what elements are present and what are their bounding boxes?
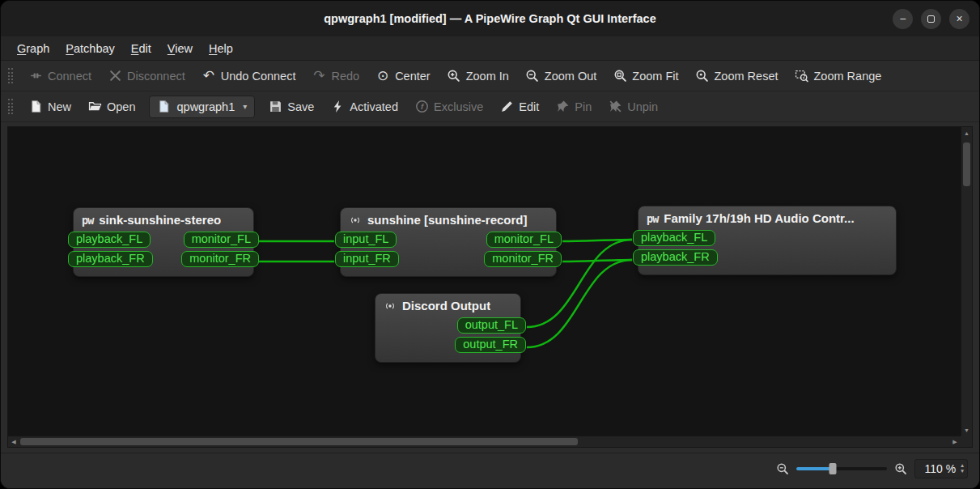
zoom-out-icon <box>525 69 540 83</box>
center-label: Center <box>395 70 431 83</box>
port-input-fr[interactable]: input_FR <box>335 251 399 267</box>
graph-node-sunshine[interactable]: sunshine [sunshine-record] input_FL moni… <box>340 207 557 277</box>
toolbar-drag-handle[interactable] <box>8 99 13 114</box>
zoom-in-icon <box>447 69 461 83</box>
maximize-button[interactable] <box>921 9 941 29</box>
vertical-scrollbar-track[interactable] <box>961 138 972 424</box>
svg-text:f: f <box>420 102 423 111</box>
close-icon: × <box>956 12 962 25</box>
redo-button[interactable]: ↷ Redo <box>304 65 367 87</box>
port-playback-fr[interactable]: playback_FR <box>68 251 153 267</box>
zoom-reset-button[interactable]: Zoom Reset <box>688 65 786 87</box>
spin-down-arrow[interactable]: ▾ <box>961 469 964 474</box>
window-title: qpwgraph1 [modified] — A PipeWire Graph … <box>324 12 655 25</box>
menu-view[interactable]: View <box>159 36 201 60</box>
pipewire-icon: pw <box>647 212 658 225</box>
center-icon: ⊙ <box>375 69 390 83</box>
port-playback-fl[interactable]: playback_FL <box>68 232 151 248</box>
minimize-button[interactable]: − <box>893 9 913 29</box>
unpin-button[interactable]: Unpin <box>600 96 665 118</box>
horizontal-scrollbar[interactable]: ◀ ▶ <box>8 436 961 447</box>
node-header: sunshine [sunshine-record] <box>341 208 556 230</box>
undo-connect-button[interactable]: ↶ Undo Connect <box>194 65 303 87</box>
port-monitor-fl[interactable]: monitor_FL <box>184 232 259 248</box>
graph-node-sink-sunshine-stereo[interactable]: pw sink-sunshine-stereo playback_FL moni… <box>73 207 254 277</box>
new-file-icon <box>28 100 43 114</box>
node-title: sink-sunshine-stereo <box>99 213 221 227</box>
exclusive-label: Exclusive <box>434 100 483 113</box>
horizontal-scrollbar-thumb[interactable] <box>20 438 578 445</box>
close-button[interactable]: × <box>949 9 969 29</box>
disconnect-button[interactable]: Disconnect <box>100 65 193 87</box>
graph-node-family-hd-audio[interactable]: pw Family 17h/19h HD Audio Contr... play… <box>638 206 897 275</box>
zoom-fit-icon <box>613 69 627 83</box>
session-selector[interactable]: qpwgraph1 ▾ <box>149 96 256 118</box>
scrollbar-corner <box>961 436 972 447</box>
exclusive-toggle[interactable]: f Exclusive <box>407 96 490 118</box>
horizontal-scrollbar-track[interactable] <box>19 436 949 447</box>
session-selector-value: qpwgraph1 <box>177 100 235 113</box>
node-header: Discord Output <box>375 294 520 316</box>
node-header: pw Family 17h/19h HD Audio Contr... <box>638 206 896 228</box>
menu-edit[interactable]: Edit <box>123 36 159 60</box>
toolbar-drag-handle[interactable] <box>8 68 13 83</box>
zoom-value: 110 % <box>925 462 957 475</box>
redo-label: Redo <box>331 70 359 83</box>
zoom-fit-button[interactable]: Zoom Fit <box>605 65 685 87</box>
node-title: sunshine [sunshine-record] <box>367 213 528 227</box>
zoom-in-button[interactable]: Zoom In <box>439 65 516 87</box>
scroll-down-arrow[interactable]: ▼ <box>961 424 972 436</box>
vertical-scrollbar-thumb[interactable] <box>963 142 970 186</box>
port-playback-fr[interactable]: playback_FR <box>633 249 718 266</box>
spinbox-arrows: ▴ ▾ <box>961 463 964 474</box>
center-button[interactable]: ⊙ Center <box>368 65 438 87</box>
lightning-icon <box>330 100 345 114</box>
scroll-left-arrow[interactable]: ◀ <box>8 436 19 447</box>
unpin-label: Unpin <box>627 100 658 113</box>
menu-help[interactable]: Help <box>201 36 241 60</box>
menu-graph[interactable]: Graph <box>9 36 57 60</box>
minimize-icon: − <box>899 12 906 25</box>
zoom-in-icon[interactable] <box>894 462 907 475</box>
zoom-slider-handle[interactable] <box>829 463 836 474</box>
zoom-in-label: Zoom In <box>466 70 509 83</box>
scroll-up-arrow[interactable]: ▲ <box>961 127 972 138</box>
activated-toggle[interactable]: Activated <box>323 96 405 118</box>
app-window: qpwgraph1 [modified] — A PipeWire Graph … <box>0 0 980 489</box>
open-button[interactable]: Open <box>80 96 142 118</box>
port-monitor-fl[interactable]: monitor_FL <box>486 232 562 248</box>
session-file-icon <box>157 100 172 114</box>
open-folder-icon <box>87 100 102 114</box>
connect-button[interactable]: Connect <box>21 65 99 87</box>
edit-button[interactable]: Edit <box>492 96 546 118</box>
zoom-out-icon[interactable] <box>776 462 789 475</box>
vertical-scrollbar[interactable]: ▲ ▼ <box>961 127 972 436</box>
scroll-right-arrow[interactable]: ▶ <box>949 436 961 447</box>
menu-patchbay[interactable]: Patchbay <box>57 36 122 60</box>
zoom-range-button[interactable]: Zoom Range <box>787 65 889 87</box>
unpin-icon <box>608 100 622 114</box>
port-monitor-fr[interactable]: monitor_FR <box>181 251 259 267</box>
port-playback-fl[interactable]: playback_FL <box>633 230 715 246</box>
pin-icon <box>555 100 570 114</box>
new-button[interactable]: New <box>21 96 78 118</box>
port-monitor-fr[interactable]: monitor_FR <box>484 251 562 267</box>
zoom-spinbox[interactable]: 110 % ▴ ▾ <box>914 459 968 478</box>
window-controls: − × <box>893 1 969 36</box>
graph-node-discord-output[interactable]: Discord Output output_FL output_FR <box>375 293 521 363</box>
zoom-range-label: Zoom Range <box>814 70 882 83</box>
connect-icon <box>28 69 43 83</box>
zoom-slider[interactable] <box>796 462 887 475</box>
graph-canvas[interactable]: pw sink-sunshine-stereo playback_FL moni… <box>8 127 961 436</box>
pencil-icon <box>499 100 514 114</box>
zoom-out-button[interactable]: Zoom Out <box>518 65 604 87</box>
port-output-fr[interactable]: output_FR <box>455 337 526 353</box>
zoom-reset-label: Zoom Reset <box>715 70 778 83</box>
port-input-fl[interactable]: input_FL <box>335 232 397 248</box>
save-button[interactable]: Save <box>261 96 321 118</box>
broadcast-icon <box>384 300 397 313</box>
pin-button[interactable]: Pin <box>548 96 599 118</box>
edit-label: Edit <box>519 100 539 113</box>
port-output-fl[interactable]: output_FL <box>457 317 526 334</box>
node-title: Discord Output <box>402 299 490 313</box>
